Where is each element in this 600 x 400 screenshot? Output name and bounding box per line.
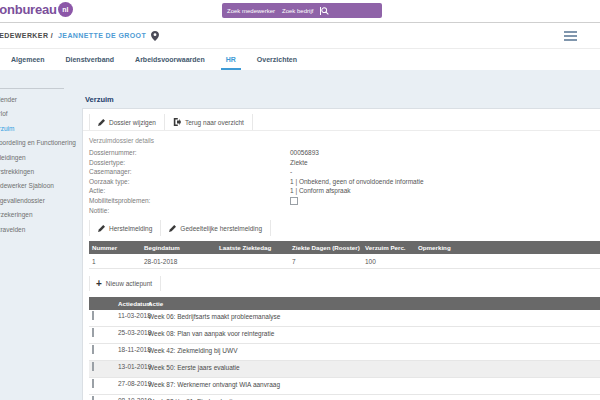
gedeeltelijke-herstelmelding-button[interactable]: Gedeeltelijke herstelmelding [160,220,271,236]
action-date: 27-08-2019 [118,380,144,387]
action-date: 18-11-2018 [118,346,144,353]
action-description: Week 08: Plan van aanpak voor reintegrat… [148,329,600,337]
plus-icon: + [96,279,102,289]
breadcrumb-employee-name[interactable]: JEANNETTE DE GROOT [58,32,146,39]
pencil-icon [169,225,176,232]
top-header: loonbureau nl Zoek medewerker Zoek bedri… [0,0,600,23]
dossier-wijzigen-button[interactable]: Dossier wijzigen [89,114,164,130]
sidebar-item-verlof[interactable]: Verlof [0,107,64,121]
action-description: Week 42: Ziekmelding bij UWV [148,346,600,354]
sidebar-item-verzekeringen[interactable]: Verzekeringen [0,208,64,222]
location-pin-icon [151,31,159,41]
action-row[interactable]: 18-11-2018 Week 42: Ziekmelding bij UWV [89,344,600,361]
action-date: 13-01-2019 [118,363,144,370]
dossiertype-value: Ziekte [290,158,308,168]
action-row[interactable]: 13-01-2019 Week 50: Eerste jaars evaluat… [89,361,600,378]
sidebar-item-ongevallendossier[interactable]: Ongevallendossier [0,194,64,208]
logo[interactable]: loonbureau nl [0,2,73,17]
sickness-table-header: Nummer Begindatum Laatste Ziektedag Ziek… [89,241,600,254]
main-content: Verzuim Dossier wijzigen Terug naa [82,70,600,400]
logo-badge: nl [58,2,73,17]
dossiernummer-value: 00056893 [290,148,319,158]
sidebar-item-opleidingen[interactable]: Opleidingen [0,151,64,165]
action-checkbox[interactable] [92,311,94,320]
sidebar-item-beoordeling[interactable]: Beoordeling en Functionering [0,136,64,150]
tab-bar: AlgemeenDienstverbandArbeidsvoorwaardenH… [0,49,600,71]
action-description: Week 87: Werknemer ontvangt WIA aanvraag [148,380,600,388]
search-option-medewerker[interactable]: Zoek medewerker [227,8,275,14]
sidebar-item-verstrekkingen[interactable]: Verstrekkingen [0,165,64,179]
actions-table-header: Actiedatum Actie [89,297,600,310]
detail-row-actie: Actie: 1 | Conform afspraak [83,186,600,196]
tab-dienstverband[interactable]: Dienstverband [62,49,117,70]
page-title: Verzuim [85,95,114,104]
pencil-icon [98,225,105,232]
action-checkbox[interactable] [92,396,94,400]
mobiliteitsproblemen-checkbox[interactable] [290,197,298,205]
sidebar: KalenderVerlofVerzuimBeoordeling en Func… [0,70,80,237]
detail-row-notitie: Notitie: [83,206,600,216]
action-row[interactable]: 25-03-2018 Week 08: Plan van aanpak voor… [89,327,600,344]
dossier-toolbar: Dossier wijzigen Terug naar overzicht [83,114,600,131]
sidebar-item-extravelden[interactable]: Extravelden [0,223,64,237]
action-checkbox[interactable] [92,362,94,371]
actie-value: 1 | Conform afspraak [290,186,351,196]
app-root: loonbureau nl Zoek medewerker Zoek bedri… [0,0,600,400]
action-checkbox[interactable] [92,379,94,388]
actions-table: Actiedatum Actie 11-03-2018 Week 06: Bed… [89,297,600,400]
action-checkbox[interactable] [92,328,94,337]
action-date: 25-03-2018 [118,329,144,336]
breadcrumb-section: MEDEWERKER / [0,32,53,39]
sickness-row[interactable]: 1 28-01-2018 7 100 [89,254,600,269]
breadcrumb-bar: MEDEWERKER / JEANNETTE DE GROOT [0,23,600,49]
terug-naar-overzicht-button[interactable]: Terug naar overzicht [164,114,253,130]
detail-row-mobiliteitsproblemen: Mobiliteitsproblemen: [83,196,600,206]
menu-icon[interactable] [564,31,577,43]
action-checkbox[interactable] [92,345,94,354]
nieuw-actiepunt-button[interactable]: + Nieuw actiepunt [89,276,161,291]
action-description: Week 06: Bedrijfsarts maakt probleemanal… [148,312,600,320]
sidebar-item-kalender[interactable]: Kalender [0,93,64,107]
detail-row-dossiernummer: Dossiernummer: 00056893 [83,148,600,158]
verzuim-panel: Dossier wijzigen Terug naar overzicht Ve… [82,108,600,400]
details-section-label: Verzuimdossier details [89,137,600,144]
oorzaak-type-value: 1 | Onbekend, geen of onvoldoende inform… [290,177,424,187]
action-date: 11-03-2018 [118,312,144,319]
logo-text: loonbureau [0,2,57,17]
tab-algemeen[interactable]: Algemeen [8,49,47,70]
sickness-table: Nummer Begindatum Laatste Ziektedag Ziek… [89,241,600,269]
exit-arrow-icon [173,118,181,126]
action-row[interactable]: 27-08-2019 Week 87: Werknemer ontvangt W… [89,378,600,395]
detail-row-oorzaak-type: Oorzaak type: 1 | Onbekend, geen of onvo… [83,177,600,187]
tab-hr[interactable]: HR [223,49,239,70]
tab-arbeidsvoorwaarden[interactable]: Arbeidsvoorwaarden [132,49,208,70]
casemanager-value: - [290,167,292,177]
recovery-toolbar: Herstelmelding Gedeeltelijke herstelmeld… [83,220,600,236]
pencil-icon [98,119,105,126]
action-description: Week 50: Eerste jaars evaluatie [148,363,600,371]
breadcrumb: MEDEWERKER / JEANNETTE DE GROOT [0,23,159,48]
search-icon[interactable] [321,7,329,15]
sidebar-item-medewerker-sjabloon[interactable]: Medewerker Sjabloon [0,179,64,193]
detail-row-dossiertype: Dossiertype: Ziekte [83,158,600,168]
search-option-bedrijf[interactable]: Zoek bedrijf [282,8,313,14]
tab-overzichten[interactable]: Overzichten [254,49,300,70]
action-row[interactable]: 11-03-2018 Week 06: Bedrijfsarts maakt p… [89,310,600,327]
action-row[interactable]: 08-10-2019 Week 88 t/m 91: Eindevaluatie [89,395,600,400]
page-body: KalenderVerlofVerzuimBeoordeling en Func… [0,70,600,400]
detail-row-casemanager: Casemanager: - [83,167,600,177]
sidebar-item-verzuim[interactable]: Verzuim [0,122,64,136]
herstelmelding-button[interactable]: Herstelmelding [89,220,160,236]
search-input[interactable]: Zoek medewerker Zoek bedrijf [222,3,382,18]
